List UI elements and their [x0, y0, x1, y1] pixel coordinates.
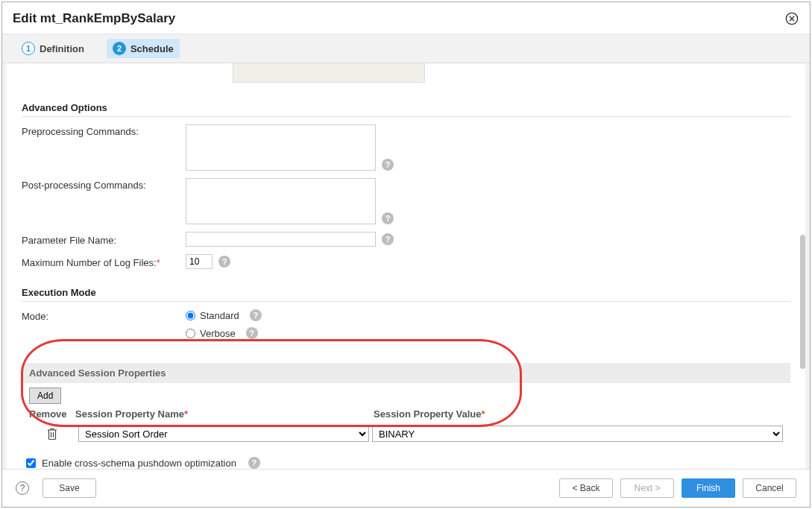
row-preprocessing: Preprocessing Commands: — [22, 124, 790, 171]
help-icon[interactable] — [382, 159, 394, 171]
row-max-log: Maximum Number of Log Files:* — [22, 254, 790, 269]
radio-standard-row: Standard — [186, 309, 262, 321]
tab-schedule[interactable]: 2 Schedule — [107, 39, 180, 58]
preprocessing-textarea[interactable] — [186, 124, 376, 171]
label-mode: Mode: — [22, 309, 186, 322]
radio-verbose-label: Verbose — [200, 328, 236, 339]
radio-standard[interactable] — [186, 311, 195, 320]
dialog-title: Edit mt_RankEmpBySalary — [13, 11, 175, 26]
close-button[interactable] — [784, 11, 799, 26]
row-mode: Mode: Standard Verbose — [22, 309, 790, 345]
label-param-file: Parameter File Name: — [22, 233, 186, 246]
section-exec-mode: Execution Mode — [22, 281, 790, 302]
row-postprocessing: Post-processing Commands: — [22, 178, 790, 224]
row-param-file: Parameter File Name: — [22, 232, 790, 247]
trash-icon — [47, 428, 57, 440]
footer-help-button[interactable] — [16, 481, 29, 495]
back-button[interactable]: < Back — [559, 478, 613, 498]
col-remove: Remove — [29, 408, 75, 420]
help-icon[interactable] — [248, 457, 260, 469]
radio-standard-label: Standard — [200, 310, 239, 321]
dialog-footer: Save < Back Next > Finish Cancel — [2, 469, 810, 507]
edit-dialog: Edit mt_RankEmpBySalary 1 Definition 2 S… — [1, 1, 811, 508]
label-max-log: Maximum Number of Log Files:* — [22, 256, 186, 268]
session-property-value-select[interactable]: BINARY — [372, 426, 783, 442]
dialog-header: Edit mt_RankEmpBySalary — [2, 2, 810, 34]
inert-box — [233, 63, 425, 83]
col-name-text: Session Property Name — [75, 408, 184, 420]
save-button[interactable]: Save — [43, 478, 96, 498]
asp-row: Session Sort Order BINARY — [22, 423, 790, 445]
label-max-log-text: Maximum Number of Log Files: — [22, 257, 157, 268]
col-value-text: Session Property Value — [374, 408, 482, 420]
footer-right: < Back Next > Finish Cancel — [559, 478, 796, 498]
help-icon[interactable] — [250, 309, 262, 321]
row-pushdown: Enable cross-schema pushdown optimizatio… — [22, 445, 790, 469]
tab-definition[interactable]: 1 Definition — [16, 39, 90, 58]
radio-verbose-row: Verbose — [186, 327, 262, 339]
col-name: Session Property Name* — [75, 408, 374, 420]
pushdown-label: Enable cross-schema pushdown optimizatio… — [42, 458, 236, 469]
session-property-name-select[interactable]: Session Sort Order — [78, 426, 369, 442]
tab-badge-2: 2 — [113, 42, 126, 55]
scrollbar-thumb[interactable] — [800, 235, 805, 369]
asp-table-head: Remove Session Property Name* Session Pr… — [22, 404, 790, 423]
tab-badge-1: 1 — [22, 42, 35, 55]
add-button[interactable]: Add — [29, 388, 61, 404]
help-icon[interactable] — [382, 212, 394, 224]
tabs-bar: 1 Definition 2 Schedule — [2, 34, 810, 63]
close-icon — [785, 12, 799, 25]
finish-button[interactable]: Finish — [682, 478, 735, 498]
help-icon[interactable] — [218, 256, 230, 268]
advanced-session-properties: Advanced Session Properties Add Remove S… — [22, 363, 790, 445]
tab-definition-label: Definition — [40, 43, 84, 54]
label-preprocessing: Preprocessing Commands: — [22, 124, 186, 137]
help-icon[interactable] — [246, 327, 258, 339]
radio-verbose[interactable] — [186, 329, 195, 338]
delete-row-button[interactable] — [29, 428, 75, 440]
col-value: Session Property Value* — [374, 408, 783, 420]
content-area: Advanced Options Preprocessing Commands:… — [7, 63, 805, 469]
label-postprocessing: Post-processing Commands: — [22, 178, 186, 191]
max-log-input[interactable] — [186, 254, 213, 269]
pushdown-checkbox[interactable] — [26, 458, 36, 468]
section-advanced-options: Advanced Options — [22, 96, 790, 117]
help-icon[interactable] — [382, 233, 394, 245]
next-button: Next > — [620, 478, 674, 498]
cancel-button[interactable]: Cancel — [743, 478, 796, 498]
asp-heading: Advanced Session Properties — [22, 363, 790, 383]
tab-schedule-label: Schedule — [130, 43, 174, 54]
footer-left: Save — [16, 478, 96, 498]
postprocessing-textarea[interactable] — [186, 178, 376, 224]
body-wrap: Advanced Options Preprocessing Commands:… — [2, 63, 810, 469]
param-file-input[interactable] — [186, 232, 376, 247]
